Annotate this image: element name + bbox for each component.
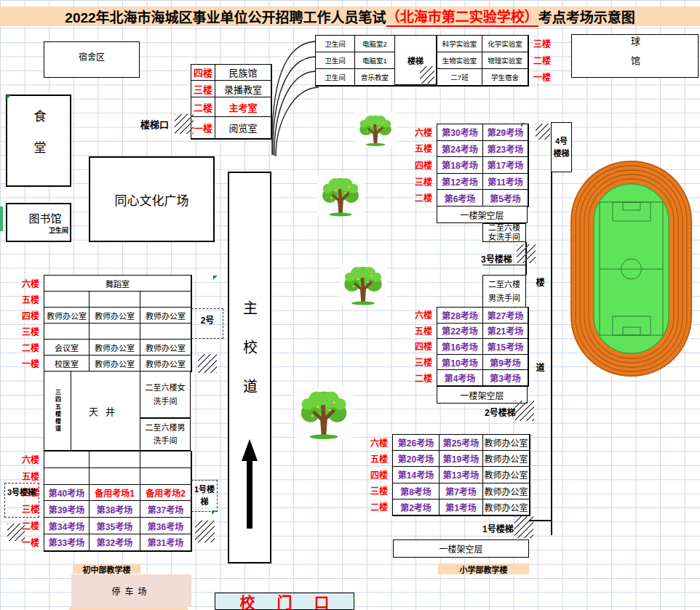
stair-3-left-box: 3号楼梯	[4, 483, 39, 518]
tree-icon	[317, 174, 364, 217]
corridor-345-label: 三四五楼楼道	[54, 389, 62, 433]
table-cell: 第18考场	[437, 157, 483, 174]
table-cell: 第2考场	[393, 499, 440, 515]
table-cell: 第24考场	[437, 141, 483, 158]
table-cell: 卫生间	[316, 36, 355, 52]
floor-label: 三楼	[413, 173, 435, 190]
floor-label: 二楼	[370, 499, 391, 515]
gym-label: 球馆	[628, 36, 642, 76]
table-cell: 备用考场2	[140, 485, 191, 502]
table-cell: 第11考场	[483, 174, 528, 190]
stairs-hatch-icon	[7, 523, 25, 541]
table-cell: 教师办公室	[140, 308, 191, 324]
stairs-hatch-icon	[175, 114, 194, 134]
ground-floor-label: 一楼架空层	[460, 389, 504, 401]
table-cell	[140, 292, 191, 308]
table-cell: 主考室	[215, 97, 271, 117]
table-left-building: 舞蹈室教师办公室教师办公室教师办公室会议室教师办公室教师办公室校医室教师办公室教…	[44, 275, 192, 372]
floor-label: 四楼	[413, 338, 435, 354]
school-gate-label: 校门口	[218, 590, 351, 610]
stair-mid-cell: 楼梯	[394, 35, 437, 85]
washroom-m-right-box: 二至六楼男洗手间	[482, 275, 526, 308]
table-right-middle: 第28考场第27考场第22考场第21考场第16考场第15考场第10考场第9考场第…	[437, 307, 529, 387]
right-middle-floor-labels: 六楼五楼四楼三楼二楼	[413, 307, 435, 385]
table-cell: 第22考场	[437, 324, 483, 340]
table-cell: 卫生间	[316, 52, 355, 69]
table-hall-floors: 四楼民族馆三楼录播教室二楼主考室一楼阅览室	[191, 64, 272, 140]
table-bottom-left: 第40考场备用考场1备用考场2第39考场第38考场第37考场第34考场第35考场…	[44, 451, 192, 552]
cell-marker-icon	[521, 123, 525, 127]
floor-label: 五楼	[19, 291, 42, 307]
running-track	[571, 161, 691, 376]
floor-label: 五楼	[19, 467, 42, 484]
table-cell: 三楼	[191, 81, 215, 97]
stair-1-left-box: 1号楼梯	[191, 480, 218, 512]
table-cell: 生物实验室	[437, 52, 482, 69]
top-table-floor-labels: 三楼二楼一楼	[529, 35, 554, 85]
table-cell: 第13考场	[440, 467, 483, 483]
table-cell	[90, 468, 140, 485]
ground-floor-label: 一楼架空层	[460, 209, 504, 221]
table-cell: 教师办公室	[483, 435, 530, 451]
table-cell: 第17考场	[483, 157, 528, 174]
table-cell	[90, 292, 140, 308]
table-cell: 教师办公室	[483, 451, 530, 467]
table-cell	[44, 324, 90, 340]
table-cell: 第21考场	[483, 324, 528, 340]
table-cell: 校医室	[44, 356, 90, 372]
table-right-bottom: 第26考场第25考场教师办公室第20考场第19考场教师办公室第14考场第13考场…	[392, 434, 530, 516]
floor-label: 六楼	[413, 124, 435, 140]
table-cell: 教师办公室	[140, 356, 191, 372]
table-cell	[44, 452, 90, 468]
washroom-f-left-box: 二至六楼女洗手间	[140, 371, 191, 418]
floor-label: 六楼	[413, 307, 435, 323]
floor-label: 一楼	[19, 355, 42, 371]
table-cell: 第32考场	[90, 534, 140, 551]
stair-3-right-label: 3号楼梯	[481, 252, 512, 265]
table-cell: 备用考场1	[90, 485, 140, 502]
table-cell: 录播教室	[215, 81, 271, 97]
table-cell: 第9考场	[483, 355, 528, 371]
canteen-label: 食堂	[30, 110, 48, 172]
path-arcs	[272, 41, 319, 156]
table-cell: 第39考场	[44, 501, 90, 518]
stair-2-right-label: 2号楼梯	[485, 406, 516, 418]
table-cell: 一楼	[191, 117, 215, 139]
table-cell: 第3考场	[483, 370, 528, 386]
table-cell: 第30考场	[437, 124, 483, 141]
washroom-f-label: 二至六楼女洗手间	[488, 223, 521, 242]
table-cell: 第31考场	[140, 534, 191, 551]
dorm-area-label: 宿舍区	[79, 50, 105, 63]
table-cell: 四楼	[191, 65, 215, 81]
table-cell: 第12考场	[437, 174, 483, 190]
table-cell	[90, 452, 140, 468]
table-cell: 阅览室	[215, 117, 271, 139]
table-cell: 第5考场	[483, 190, 528, 206]
stair-4-label: 4号楼梯	[552, 135, 570, 159]
table-cell: 教师办公室	[44, 308, 90, 324]
table-cell: 教师办公室	[140, 340, 191, 356]
wall-line	[482, 265, 526, 265]
table-cell: 教师办公室	[90, 340, 140, 356]
table-cell: 第7考场	[440, 483, 483, 499]
table-cell: 第6考场	[437, 190, 483, 206]
table-cell: 第4考场	[437, 370, 483, 386]
cell-marker-icon	[212, 510, 216, 515]
washroom-f-right-box: 二至六楼女洗手间	[482, 223, 526, 242]
ground-floor-box-bottom: 一楼架空层	[393, 539, 529, 558]
washroom-m-label: 二至六楼男洗手间	[143, 422, 187, 447]
table-cell: 电脑室1	[355, 52, 395, 69]
right-bottom-floor-labels: 六楼五楼四楼三楼二楼	[370, 434, 391, 515]
floor-label: 二楼	[413, 189, 435, 206]
floor-label: 六楼	[19, 275, 42, 291]
table-cell	[140, 324, 191, 340]
floor-label: 六楼	[370, 434, 391, 450]
library-label: 图书馆	[28, 210, 61, 225]
table-cell: 教师办公室	[483, 483, 530, 499]
floor-label: 一楼	[529, 68, 554, 85]
table-cell: 二楼	[191, 97, 215, 117]
table-cell: 第14考场	[393, 467, 440, 483]
stair-entrance-label: 楼梯口	[140, 117, 169, 131]
stair-2-left-label: 2号	[201, 316, 215, 326]
table-cell: 教师办公室	[483, 467, 530, 483]
